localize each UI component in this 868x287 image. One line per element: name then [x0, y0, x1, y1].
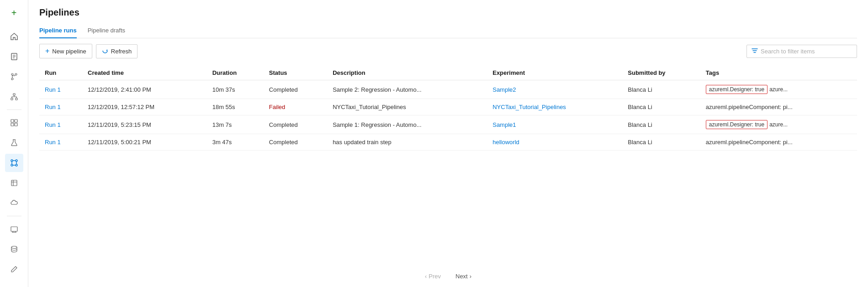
table-container: Run Created time Duration Status Descrip…	[39, 66, 857, 264]
tag-badge: azureml.Designer: true	[706, 85, 767, 94]
svg-point-5	[15, 73, 17, 75]
svg-point-16	[16, 160, 17, 162]
refresh-button[interactable]: Refresh	[96, 44, 138, 58]
cell-submitted-by: Blanca Li	[622, 134, 700, 151]
page-title: Pipelines	[39, 7, 857, 18]
svg-rect-23	[11, 180, 17, 186]
col-run: Run	[39, 66, 82, 80]
sidebar-item-compute[interactable]	[5, 220, 23, 238]
sidebar-item-models[interactable]	[5, 174, 23, 192]
cell-status: Completed	[264, 134, 327, 151]
next-label: Next	[455, 273, 468, 280]
cell-tags: azureml.Designer: trueazure...	[700, 115, 857, 134]
sidebar-item-branch[interactable]	[5, 68, 23, 86]
run-link[interactable]: Run 1	[45, 139, 61, 146]
svg-rect-9	[16, 98, 17, 100]
tag-badge: azureml.Designer: true	[706, 120, 767, 129]
prev-label: Prev	[429, 273, 441, 280]
cell-experiment: NYCTaxi_Tutorial_Pipelines	[487, 99, 622, 115]
sidebar: +	[0, 0, 28, 287]
col-status: Status	[264, 66, 327, 80]
tab-pipeline-runs[interactable]: Pipeline runs	[39, 23, 77, 38]
svg-point-18	[16, 164, 17, 166]
prev-button[interactable]: ‹ Prev	[421, 271, 445, 282]
next-button[interactable]: Next ›	[452, 271, 475, 282]
cell-created-time: 12/12/2019, 12:57:12 PM	[82, 99, 207, 115]
cell-description: NYCTaxi_Tutorial_Pipelines	[327, 99, 487, 115]
experiment-link[interactable]: NYCTaxi_Tutorial_Pipelines	[492, 104, 566, 110]
sidebar-item-edit[interactable]	[5, 260, 23, 278]
col-duration: Duration	[207, 66, 264, 80]
sidebar-item-pipeline[interactable]	[5, 154, 23, 172]
toolbar: + New pipeline Refresh	[39, 44, 857, 58]
cell-experiment: Sample1	[487, 115, 622, 134]
new-pipeline-label: New pipeline	[52, 48, 86, 55]
run-link[interactable]: Run 1	[45, 121, 61, 128]
svg-rect-11	[15, 120, 17, 122]
table-header-row: Run Created time Duration Status Descrip…	[39, 66, 857, 80]
col-experiment: Experiment	[487, 66, 622, 80]
search-input[interactable]	[761, 48, 852, 55]
cell-created-time: 12/12/2019, 2:41:00 PM	[82, 80, 207, 99]
svg-rect-10	[11, 120, 14, 122]
svg-rect-12	[11, 123, 14, 126]
main-content: Pipelines Pipeline runs Pipeline drafts …	[28, 0, 868, 287]
col-tags: Tags	[700, 66, 857, 80]
cell-duration: 18m 55s	[207, 99, 264, 115]
table-row: Run 112/12/2019, 2:41:00 PM10m 37sComple…	[39, 80, 857, 99]
chevron-right-icon: ›	[470, 273, 471, 280]
svg-rect-13	[15, 123, 17, 126]
cell-duration: 3m 47s	[207, 134, 264, 151]
tab-pipeline-drafts[interactable]: Pipeline drafts	[88, 23, 125, 38]
sidebar-item-data[interactable]	[5, 114, 23, 132]
sidebar-item-notebook[interactable]	[5, 47, 23, 66]
experiment-link[interactable]: Sample2	[492, 86, 516, 93]
tag-text: azureml.pipelineComponent: pi...	[706, 139, 793, 146]
svg-rect-7	[13, 94, 15, 95]
cell-submitted-by: Blanca Li	[622, 80, 700, 99]
sidebar-item-datastores[interactable]	[5, 240, 23, 258]
cell-status: Completed	[264, 115, 327, 134]
cell-run: Run 1	[39, 134, 82, 151]
experiment-link[interactable]: Sample1	[492, 121, 516, 128]
cell-experiment: Sample2	[487, 80, 622, 99]
experiment-link[interactable]: helloworld	[492, 139, 519, 146]
run-link[interactable]: Run 1	[45, 104, 61, 110]
cell-description: has updated train step	[327, 134, 487, 151]
table-row: Run 112/12/2019, 12:57:12 PM18m 55sFaile…	[39, 99, 857, 115]
plus-icon: +	[45, 47, 49, 55]
refresh-icon	[102, 47, 108, 55]
table-row: Run 112/11/2019, 5:00:21 PM3m 47sComplet…	[39, 134, 857, 151]
search-box[interactable]	[746, 45, 857, 58]
cell-tags: azureml.Designer: trueazure...	[700, 80, 857, 99]
svg-point-28	[11, 246, 17, 249]
cell-status: Failed	[264, 99, 327, 115]
tag-text: azureml.pipelineComponent: pi...	[706, 104, 793, 110]
svg-point-15	[11, 160, 13, 162]
tag-extra: azure...	[769, 86, 788, 93]
cell-submitted-by: Blanca Li	[622, 115, 700, 134]
cell-created-time: 12/11/2019, 5:23:15 PM	[82, 115, 207, 134]
cell-duration: 13m 7s	[207, 115, 264, 134]
pipeline-runs-table: Run Created time Duration Status Descrip…	[39, 66, 857, 151]
cell-run: Run 1	[39, 115, 82, 134]
sidebar-item-flask[interactable]	[5, 134, 23, 152]
sidebar-item-cloud[interactable]	[5, 194, 23, 212]
cell-tags: azureml.pipelineComponent: pi...	[700, 134, 857, 151]
add-button[interactable]: +	[5, 4, 23, 22]
cell-submitted-by: Blanca Li	[622, 99, 700, 115]
cell-experiment: helloworld	[487, 134, 622, 151]
col-created-time: Created time	[82, 66, 207, 80]
col-submitted-by: Submitted by	[622, 66, 700, 80]
cell-run: Run 1	[39, 80, 82, 99]
sidebar-item-org[interactable]	[5, 88, 23, 106]
col-description: Description	[327, 66, 487, 80]
filter-icon	[752, 47, 758, 55]
cell-description: Sample 2: Regression - Automo...	[327, 80, 487, 99]
sidebar-item-home[interactable]	[5, 27, 23, 46]
run-link[interactable]: Run 1	[45, 86, 61, 93]
svg-point-17	[11, 164, 13, 166]
new-pipeline-button[interactable]: + New pipeline	[39, 44, 92, 58]
svg-point-4	[11, 73, 13, 75]
cell-duration: 10m 37s	[207, 80, 264, 99]
